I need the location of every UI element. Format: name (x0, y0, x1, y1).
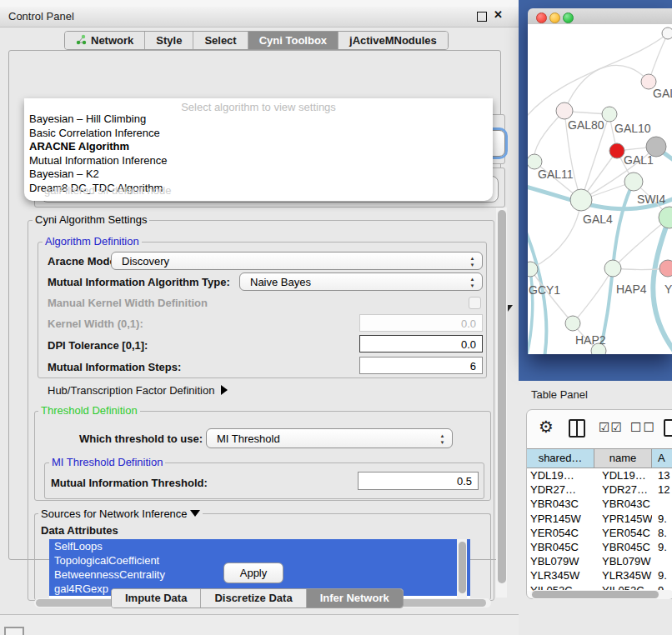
control-panel-titlebar[interactable]: Control Panel ✕ (0, 7, 519, 28)
sources-title[interactable]: Sources for Network Inference (38, 508, 203, 520)
column-header[interactable]: A (652, 449, 672, 468)
node-attribute-table[interactable]: shared…nameA YDL19…YDL19…13YDR27…YDR27…1… (527, 448, 672, 591)
mi-steps-field[interactable]: 6 (359, 357, 483, 374)
tab-select[interactable]: Select (193, 32, 248, 49)
column-header[interactable]: shared… (527, 449, 594, 468)
control-panel-tab-bar: NetworkStyleSelectCyni ToolboxjActiveMNo… (64, 31, 449, 50)
network-view-window: GALGAL80GAL10GAL1SWI4GAL11GAL4GCY1HAP4YH… (528, 8, 672, 354)
kernel-width-field[interactable]: 0.0 (359, 314, 483, 332)
table-cell: YBL079W (527, 554, 594, 568)
dropdown-item[interactable]: Bayesian – K2 (29, 168, 479, 182)
network-icon (76, 34, 87, 48)
network-node-gal80[interactable] (556, 102, 573, 119)
node-label: HAP4 (616, 282, 647, 296)
apply-button[interactable]: Apply (223, 562, 283, 583)
network-node-hap2[interactable] (565, 316, 580, 331)
aracne-mode-value: Discovery (122, 255, 169, 268)
close-traffic-light-icon[interactable] (536, 12, 547, 23)
table-cell: YBR045C (594, 540, 652, 554)
attributes-scrollbar[interactable] (457, 539, 467, 598)
node-label: GAL10 (614, 122, 651, 135)
attribute-item[interactable]: SelfLoops (49, 539, 470, 553)
tab-label: Cyni Toolbox (259, 34, 327, 47)
control-panel-title: Control Panel (8, 10, 74, 22)
hub-definition-expander[interactable]: Hub/Transcription Factor Definition (48, 384, 228, 397)
manual-kernel-checkbox[interactable] (469, 297, 481, 309)
network-node[interactable] (662, 28, 672, 39)
new-page-icon[interactable] (664, 419, 672, 437)
mi-threshold-field[interactable]: 0.5 (358, 472, 479, 490)
minimize-traffic-light-icon[interactable] (549, 12, 560, 23)
ghost-combo-text: galFiltered sif default node (44, 184, 171, 197)
float-window-icon[interactable] (477, 12, 487, 22)
mi-steps-label: Mutual Information Steps: (48, 361, 181, 373)
node-label: SWI4 (637, 192, 665, 206)
aracne-mode-combobox[interactable]: Discovery ▲▼ (111, 252, 483, 270)
minimized-window-icon[interactable] (4, 627, 24, 635)
bottom-tab-bar: Impute DataDiscretize DataInfer Network (111, 588, 404, 608)
network-node[interactable] (609, 143, 624, 158)
table-row[interactable]: YPR145WYPR145W9. (527, 512, 672, 526)
checked-boxes-icon[interactable]: ☑☑ (599, 420, 623, 435)
table-hscrollbar-thumb[interactable] (532, 591, 659, 598)
table-cell: 9. (652, 512, 672, 526)
table-row[interactable]: YLR345WYLR345W9. (527, 568, 672, 582)
dropdown-item[interactable]: Mutual Information Inference (29, 154, 479, 168)
spinner-arrows-icon: ▲▼ (469, 276, 476, 289)
collapse-down-icon (190, 510, 200, 517)
control-panel-window: Control Panel ✕ NetworkStyleSelectCyni T… (0, 0, 519, 615)
settings-vscrollbar-thumb[interactable] (498, 210, 506, 583)
gear-icon[interactable]: ⚙ (539, 417, 554, 437)
mouse-cursor (508, 305, 513, 312)
tab-label: jActiveMNodules (349, 34, 437, 47)
table-cell: YDR27… (594, 482, 652, 497)
network-node-y[interactable] (659, 260, 672, 277)
table-row[interactable]: YDR27…YDR27…12 (527, 482, 672, 497)
network-nodes (528, 28, 672, 354)
zoom-traffic-light-icon[interactable] (563, 12, 574, 23)
table-rows: YDL19…YDL19…13YDR27…YDR27…12YBR043CYBR04… (527, 468, 672, 591)
mi-type-value: Naive Bayes (250, 276, 311, 288)
network-node-gal10[interactable] (602, 107, 617, 122)
unchecked-boxes-icon[interactable]: ☐☐ (630, 420, 656, 435)
table-cell: YPR145W (527, 512, 594, 526)
attributes-scrollbar-thumb[interactable] (459, 542, 466, 593)
tab-cyni-toolbox[interactable]: Cyni Toolbox (248, 32, 339, 49)
network-window-titlebar[interactable] (528, 8, 672, 25)
network-node-gal1[interactable] (624, 172, 643, 191)
column-header[interactable]: name (594, 449, 652, 468)
table-row[interactable]: YER054CYER054C8. (527, 526, 672, 540)
table-row[interactable]: YDL19…YDL19…13 (527, 468, 672, 482)
table-cell (652, 497, 672, 511)
settings-vertical-scrollbar[interactable] (496, 208, 507, 598)
table-row[interactable]: YBR043CYBR043C (527, 497, 672, 511)
dropdown-item[interactable]: Basic Correlation Inference (29, 127, 479, 141)
dropdown-item[interactable]: ARACNE Algorithm (29, 140, 479, 154)
mi-threshold-label: Mutual Information Threshold: (51, 477, 208, 489)
tab-network[interactable]: Network (65, 32, 145, 49)
table-row[interactable]: YBL079WYBL079W (527, 554, 672, 568)
network-node-gal4[interactable] (570, 189, 592, 211)
split-columns-icon[interactable] (569, 419, 585, 438)
close-icon[interactable]: ✕ (494, 8, 503, 21)
bottom-tab-discretize-data[interactable]: Discretize Data (201, 589, 306, 608)
bottom-tab-impute-data[interactable]: Impute Data (112, 589, 201, 608)
which-threshold-combobox[interactable]: MI Threshold ▲▼ (206, 428, 453, 448)
network-node-hap4[interactable] (604, 260, 621, 277)
table-row[interactable]: YBR045CYBR045C9. (527, 540, 672, 554)
table-cell: YBL079W (594, 554, 652, 568)
mi-type-combobox[interactable]: Naive Bayes ▲▼ (239, 272, 483, 291)
dpi-tolerance-field[interactable]: 0.0 (359, 335, 483, 352)
dropdown-item[interactable]: Bayesian – Hill Climbing (29, 112, 479, 127)
table-panel: Table Panel ⚙ ☑☑ ☐☐ shared…nameA YDL19…Y… (519, 381, 672, 635)
tab-style[interactable]: Style (145, 32, 193, 49)
expand-right-icon (221, 385, 228, 395)
bottom-tab-infer-network[interactable]: Infer Network (307, 589, 403, 608)
table-horizontal-scrollbar[interactable] (530, 590, 672, 599)
aracne-mode-label: Aracne Mode: (48, 255, 119, 268)
tab-label: Select (204, 34, 236, 47)
network-canvas[interactable]: GALGAL80GAL10GAL1SWI4GAL11GAL4GCY1HAP4YH… (528, 24, 672, 354)
tab-jactivemnodules[interactable]: jActiveMNodules (339, 32, 448, 49)
table-cell: YDR27… (527, 482, 594, 497)
node-label: GAL80 (568, 118, 604, 132)
